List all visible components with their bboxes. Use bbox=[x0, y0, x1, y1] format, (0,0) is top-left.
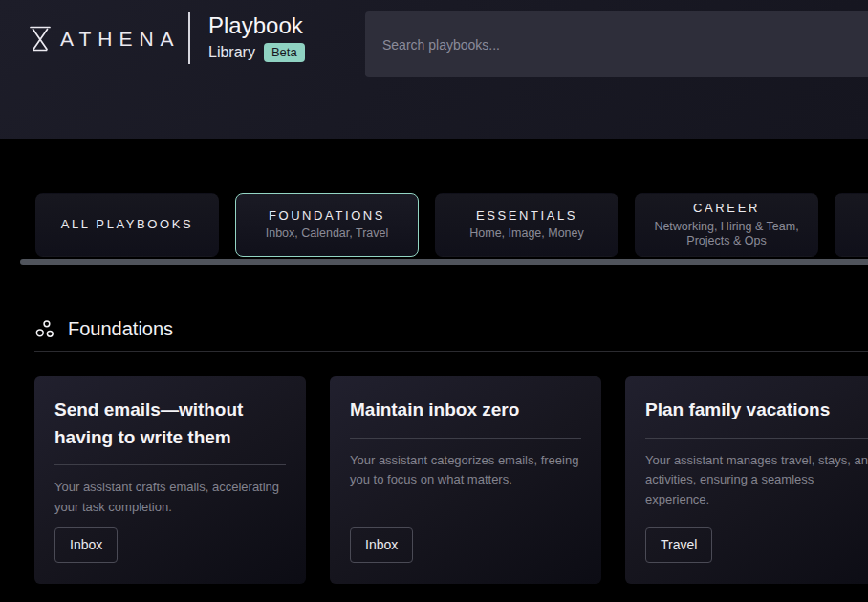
card-title: Send emails—without having to write them bbox=[54, 397, 286, 451]
tag-travel[interactable]: Travel bbox=[645, 527, 712, 563]
card-divider bbox=[350, 438, 581, 439]
hourglass-logo-icon bbox=[29, 25, 52, 53]
tab-subtitle: Home, Image, Money bbox=[469, 226, 584, 242]
tab-foundations[interactable]: FOUNDATIONS Inbox, Calendar, Travel bbox=[235, 193, 419, 257]
section-header: Foundations bbox=[35, 318, 173, 340]
card-title: Maintain inbox zero bbox=[350, 397, 581, 424]
page-subtitle: Library bbox=[208, 44, 255, 61]
tabs-horizontal-scrollbar[interactable] bbox=[20, 259, 868, 265]
brand-logo[interactable]: ATHENA bbox=[29, 25, 181, 53]
search-input[interactable] bbox=[365, 11, 868, 77]
beta-badge: Beta bbox=[264, 43, 305, 62]
brand-name: ATHENA bbox=[60, 28, 181, 51]
tab-label: FOUNDATIONS bbox=[269, 208, 385, 224]
tab-subtitle: Networking, Hiring & Team, Projects & Op… bbox=[645, 220, 808, 249]
playbook-library-page: ATHENA Playbook Library Beta ALL PLAYBOO… bbox=[0, 0, 868, 602]
card-description: Your assistant categorizes emails, freei… bbox=[350, 451, 581, 491]
card-divider bbox=[54, 464, 286, 465]
header-divider bbox=[188, 12, 190, 64]
tab-label: ALL PLAYBOOKS bbox=[61, 217, 194, 232]
playbook-card-send-emails[interactable]: Send emails—without having to write them… bbox=[34, 376, 306, 584]
tab-all-playbooks[interactable]: ALL PLAYBOOKS bbox=[35, 193, 219, 257]
section-title: Foundations bbox=[68, 318, 173, 340]
tab-label: CAREER bbox=[693, 201, 760, 216]
tab-subtitle: Inbox, Calendar, Travel bbox=[266, 226, 389, 242]
card-divider bbox=[645, 438, 868, 439]
cluster-circles-icon bbox=[35, 319, 55, 340]
card-description: Your assistant manages travel, stays, an… bbox=[645, 451, 868, 510]
category-tabs: ALL PLAYBOOKS FOUNDATIONS Inbox, Calenda… bbox=[35, 193, 868, 257]
tab-career[interactable]: CAREER Networking, Hiring & Team, Projec… bbox=[635, 193, 818, 257]
app-title-block: Playbook Library Beta bbox=[208, 12, 305, 62]
card-title: Plan family vacations bbox=[645, 397, 868, 424]
tag-inbox[interactable]: Inbox bbox=[350, 527, 413, 563]
playbook-cards: Send emails—without having to write them… bbox=[34, 376, 868, 584]
tab-essentials[interactable]: ESSENTIALS Home, Image, Money bbox=[435, 193, 618, 257]
playbook-card-inbox-zero[interactable]: Maintain inbox zero Your assistant categ… bbox=[330, 376, 601, 584]
app-header: ATHENA Playbook Library Beta bbox=[0, 0, 868, 139]
card-description: Your assistant crafts emails, accelerati… bbox=[54, 478, 286, 518]
tag-inbox[interactable]: Inbox bbox=[54, 527, 118, 563]
tab-partial-food[interactable]: Food bbox=[835, 193, 868, 257]
playbook-card-family-vacations[interactable]: Plan family vacations Your assistant man… bbox=[625, 376, 868, 584]
section-divider bbox=[34, 351, 868, 352]
tab-label: ESSENTIALS bbox=[476, 208, 577, 224]
page-title: Playbook bbox=[208, 12, 305, 40]
